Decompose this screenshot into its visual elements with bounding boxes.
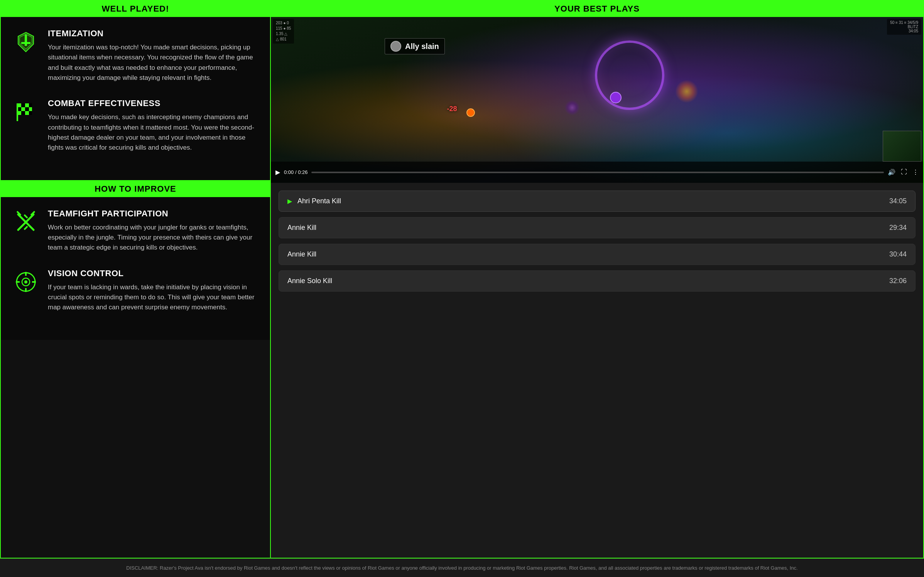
play-item-time-3: 32:06 (889, 277, 907, 285)
video-container[interactable]: -28 Ally slain 203 ● 0 115 ● 85 1.35 △ △… (271, 17, 923, 183)
play-item-time-1: 29:34 (889, 224, 907, 232)
svg-rect-6 (21, 103, 25, 107)
hud-stats-right: 50 ≡ 31 ≡ 34/5/9 BLITZ 34:05 (887, 19, 921, 35)
damage-number: -28 (447, 105, 457, 113)
svg-rect-2 (25, 35, 27, 46)
svg-rect-14 (21, 111, 25, 115)
well-played-header: WELL PLAYED! (1, 1, 270, 17)
combat-effectiveness-body: You made key decisions, such as intercep… (48, 112, 258, 153)
vision-title: VISION CONTROL (48, 268, 258, 278)
itemization-body: Your itemization was top-notch! You made… (48, 42, 258, 83)
video-time-display: 0:00 / 0:26 (284, 169, 307, 175)
swords-icon (12, 209, 39, 236)
play-item-time-2: 30:44 (889, 250, 907, 258)
how-to-improve-section: HOW TO IMPROVE (1, 181, 270, 558)
left-panel: WELL PLAYED! (1, 1, 271, 558)
play-item-left-3: Annie Solo Kill (287, 277, 332, 285)
play-item-3[interactable]: Annie Solo Kill 32:06 (279, 270, 916, 292)
play-item-left-0: ▶ Ahri Penta Kill (287, 197, 341, 205)
vision-text: VISION CONTROL If your team is lacking i… (48, 268, 258, 313)
well-played-content: ITEMIZATION Your itemization was top-not… (1, 17, 270, 180)
how-to-improve-header: HOW TO IMPROVE (1, 181, 270, 197)
video-progress-bar[interactable] (311, 172, 884, 173)
svg-rect-8 (29, 103, 32, 107)
svg-rect-23 (24, 226, 28, 230)
play-item-play-btn-0[interactable]: ▶ (287, 197, 292, 205)
svg-rect-15 (25, 111, 29, 115)
teamfight-text: TEAMFIGHT PARTICIPATION Work on better c… (48, 209, 258, 253)
play-item-name-2: Annie Kill (287, 250, 316, 258)
teamfight-body: Work on better coordinating with your ju… (48, 223, 258, 253)
right-panel-header: YOUR BEST PLAYS (271, 1, 923, 17)
play-item-left-1: Annie Kill (287, 224, 316, 232)
play-item-1[interactable]: Annie Kill 29:34 (279, 217, 916, 238)
minimap (883, 131, 921, 162)
more-options-icon[interactable]: ⋮ (912, 169, 919, 176)
disclaimer-text: DISCLAIMER: Razer's Project Ava isn't en… (126, 565, 797, 571)
svg-rect-7 (25, 103, 29, 107)
svg-rect-17 (17, 103, 18, 121)
ally-slain-notification: Ally slain (385, 38, 445, 54)
game-background (271, 17, 923, 183)
play-item-2[interactable]: Annie Kill 30:44 (279, 244, 916, 265)
play-item-0[interactable]: ▶ Ahri Penta Kill 34:05 (279, 191, 916, 212)
svg-rect-16 (29, 111, 32, 115)
footer-disclaimer: DISCLAIMER: Razer's Project Ava isn't en… (0, 558, 924, 577)
play-item-time-0: 34:05 (889, 197, 907, 205)
svg-rect-12 (29, 107, 32, 111)
itemization-title: ITEMIZATION (48, 29, 258, 39)
vision-body: If your team is lacking in wards, take t… (48, 282, 258, 313)
combat-effectiveness-item: COMBAT EFFECTIVENESS You made key decisi… (12, 98, 258, 153)
svg-rect-28 (25, 288, 27, 292)
eye-icon (12, 268, 39, 295)
volume-icon[interactable]: 🔊 (888, 169, 895, 176)
play-item-left-2: Annie Kill (287, 250, 316, 258)
hud-stats-left: 203 ● 0 115 ● 85 1.35 △ △ 801 (273, 19, 294, 44)
plays-list: ▶ Ahri Penta Kill 34:05 Annie Kill 29:34… (271, 183, 923, 558)
video-placeholder[interactable]: -28 Ally slain 203 ● 0 115 ● 85 1.35 △ △… (271, 17, 923, 183)
video-controls[interactable]: ▶ 0:00 / 0:26 🔊 ⛶ ⋮ (271, 162, 923, 183)
combat-effectiveness-title: COMBAT EFFECTIVENESS (48, 98, 258, 108)
well-played-section: WELL PLAYED! (1, 1, 270, 181)
svg-rect-27 (25, 272, 27, 276)
play-item-name-3: Annie Solo Kill (287, 277, 332, 285)
flag-icon (12, 98, 39, 125)
itemization-text: ITEMIZATION Your itemization was top-not… (48, 29, 258, 83)
champion-char-1 (610, 92, 622, 103)
combat-effectiveness-text: COMBAT EFFECTIVENESS You made key decisi… (48, 98, 258, 153)
svg-rect-10 (21, 107, 25, 111)
svg-rect-3 (21, 42, 30, 44)
play-item-name-1: Annie Kill (287, 224, 316, 232)
champion-char-2 (466, 108, 475, 117)
explosion-effect-2 (564, 100, 580, 115)
vision-item: VISION CONTROL If your team is lacking i… (12, 268, 258, 313)
how-to-improve-content: TEAMFIGHT PARTICIPATION Work on better c… (1, 197, 270, 340)
ally-slain-text: Ally slain (405, 42, 439, 51)
ally-slain-avatar (390, 41, 401, 52)
svg-point-30 (24, 280, 27, 283)
itemization-item: ITEMIZATION Your itemization was top-not… (12, 29, 258, 83)
sword-icon (12, 29, 39, 56)
svg-rect-22 (24, 214, 28, 218)
video-controls-right: 🔊 ⛶ ⋮ (888, 169, 919, 176)
play-button[interactable]: ▶ (275, 169, 280, 176)
right-panel: YOUR BEST PLAYS -28 Ally slain (271, 1, 923, 558)
svg-rect-26 (32, 281, 36, 283)
fullscreen-icon[interactable]: ⛶ (901, 169, 907, 176)
ability-effect-ring (595, 40, 664, 110)
play-item-name-0: Ahri Penta Kill (297, 197, 341, 205)
svg-rect-11 (25, 107, 29, 111)
teamfight-title: TEAMFIGHT PARTICIPATION (48, 209, 258, 219)
svg-rect-25 (16, 281, 20, 283)
teamfight-item: TEAMFIGHT PARTICIPATION Work on better c… (12, 209, 258, 253)
